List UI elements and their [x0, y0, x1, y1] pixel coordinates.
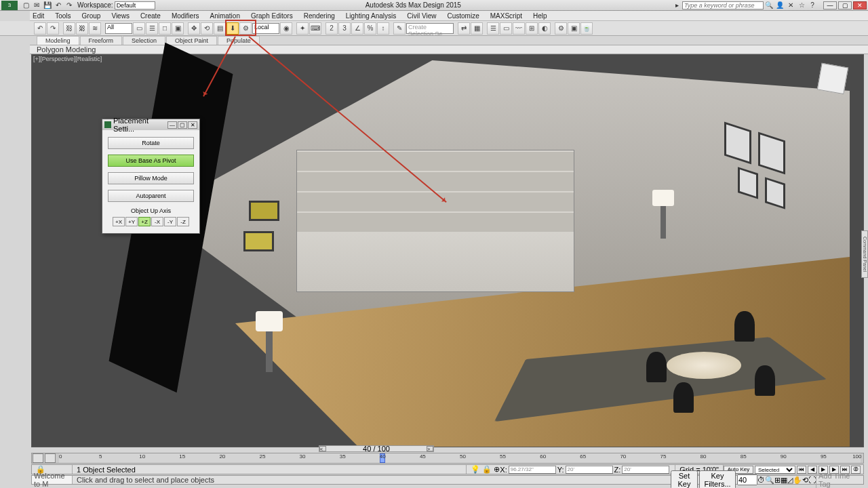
menu-customize[interactable]: Customize [441, 12, 484, 20]
snap-3d-button[interactable]: 3 [338, 22, 351, 35]
edit-named-sel-button[interactable]: ✎ [393, 22, 406, 35]
tab-selection[interactable]: Selection [123, 36, 165, 45]
maxscript-listener[interactable]: Welcome to M [32, 476, 73, 484]
signin-icon[interactable]: 👤 [775, 1, 785, 10]
time-slider[interactable]: < 40 / 100 > [319, 445, 434, 452]
angle-snap-button[interactable]: ∠ [351, 22, 363, 35]
viewport-nav-zoom-extents-icon[interactable]: ▦ [781, 476, 787, 485]
select-object-button[interactable]: ▭ [133, 22, 145, 35]
pillow-mode-button[interactable]: Pillow Mode [108, 172, 194, 184]
axis-minus-z[interactable]: -Z [177, 217, 189, 226]
viewport-label[interactable]: [+][Perspective][Realistic] [33, 56, 102, 62]
render-production-button[interactable]: 🍵 [580, 22, 593, 35]
search-icon[interactable]: 🔍 [764, 1, 774, 10]
selection-filter-dropdown[interactable]: All [105, 23, 132, 34]
rotate-button[interactable]: Rotate [108, 137, 194, 149]
ref-coord-dropdown[interactable]: Local [252, 23, 279, 34]
trackbar-config-icon[interactable] [33, 453, 43, 463]
close-button[interactable]: ✕ [853, 1, 867, 9]
material-editor-button[interactable]: ◐ [538, 22, 551, 35]
unlink-button[interactable]: ⛓̸ [76, 22, 88, 35]
help-icon[interactable]: ? [808, 1, 817, 10]
tab-object-paint[interactable]: Object Paint [166, 36, 217, 45]
menu-graph-editors[interactable]: Graph Editors [245, 12, 298, 20]
timeline-trackbar[interactable]: 0 5 10 15 20 25 30 35 40 45 50 55 60 65 … [31, 453, 864, 464]
save-icon[interactable]: 💾 [43, 1, 52, 10]
window-crossing-button[interactable]: ▣ [172, 22, 184, 35]
use-pivot-center-button[interactable]: ◉ [280, 22, 292, 35]
schematic-view-button[interactable]: ⊞ [526, 22, 538, 35]
maximize-button[interactable]: ▢ [838, 1, 852, 9]
link-button[interactable]: ⛓ [63, 22, 75, 35]
use-base-as-pivot-button[interactable]: Use Base As Pivot [108, 155, 194, 167]
isolate-icon[interactable]: 💡 [471, 465, 480, 474]
menu-tools[interactable]: Tools [50, 12, 76, 20]
curve-editor-button[interactable]: 〰 [513, 22, 525, 35]
menu-lighting-analysis[interactable]: Lighting Analysis [340, 12, 402, 20]
tab-modeling[interactable]: Modeling [37, 36, 79, 45]
redo-button[interactable]: ↷ [47, 22, 59, 35]
search-input[interactable] [682, 1, 764, 9]
select-move-button[interactable]: ✥ [188, 22, 200, 35]
favorite-icon[interactable]: ☆ [797, 1, 806, 10]
lock-icon[interactable]: 🔒 [482, 465, 492, 474]
undo-icon[interactable]: ↶ [54, 1, 63, 10]
goto-start-icon[interactable]: ⏮ [797, 466, 806, 474]
select-region-rect-button[interactable]: □ [159, 22, 171, 35]
time-config-icon[interactable]: ⏱ [757, 476, 765, 484]
mirror-button[interactable]: ⇄ [458, 22, 470, 35]
menu-modifiers[interactable]: Modifiers [166, 12, 205, 20]
autoparent-button[interactable]: Autoparent [108, 190, 194, 202]
viewport-nav-fov-icon[interactable]: ◿ [787, 476, 793, 485]
menu-create[interactable]: Create [135, 12, 166, 20]
slider-prev-icon[interactable]: < [319, 446, 326, 451]
axis-minus-x[interactable]: -X [151, 217, 163, 226]
timeline-ruler[interactable]: 0 5 10 15 20 25 30 35 40 45 50 55 60 65 … [59, 453, 861, 463]
viewport-nav-maximize-icon[interactable]: ⛶ [808, 476, 816, 484]
z-coord-input[interactable] [622, 466, 669, 474]
menu-help[interactable]: Help [528, 12, 553, 20]
dialog-minimize-button[interactable]: — [167, 121, 177, 129]
axis-minus-y[interactable]: -Y [164, 217, 176, 226]
workspace-dropdown[interactable]: Default [115, 1, 155, 9]
trackbar-keys-icon[interactable] [45, 453, 56, 463]
named-selection-dropdown[interactable]: Create Selection Se [406, 23, 454, 34]
spinner-snap-button[interactable]: ↕ [377, 22, 389, 35]
tab-freeform[interactable]: Freeform [80, 36, 123, 45]
menu-edit[interactable]: Edit [27, 12, 50, 20]
current-frame-input[interactable] [737, 474, 757, 485]
render-setup-button[interactable]: ⚙ [555, 22, 567, 35]
bind-space-warp-button[interactable]: ≋ [89, 22, 101, 35]
dialog-maximize-button[interactable]: ▢ [178, 121, 187, 129]
toggle-ribbon-button[interactable]: ▭ [500, 22, 512, 35]
menu-maxscript[interactable]: MAXScript [485, 12, 528, 20]
align-button[interactable]: ▦ [471, 22, 483, 35]
menu-group[interactable]: Group [77, 12, 106, 20]
viewport-nav-pan-icon[interactable]: ✋ [793, 476, 802, 485]
axis-plus-x[interactable]: +X [113, 217, 125, 226]
exchange-icon[interactable]: ✕ [786, 1, 795, 10]
axis-plus-y[interactable]: +Y [125, 217, 138, 226]
app-logo-icon[interactable]: 3 [1, 1, 18, 10]
command-panel-collapsed[interactable]: Command Panel [861, 230, 868, 278]
open-icon[interactable]: ✉ [32, 1, 41, 10]
infocenter-arrow-icon[interactable]: ▸ [672, 1, 682, 10]
menu-views[interactable]: Views [106, 12, 135, 20]
coord-mode-icon[interactable]: ⊕ [494, 465, 500, 474]
keyboard-shortcut-button[interactable]: ⌨ [309, 22, 321, 35]
rendered-frame-button[interactable]: ▣ [568, 22, 580, 35]
time-tag[interactable]: Add Time Tag [816, 472, 863, 488]
undo-button[interactable]: ↶ [34, 22, 46, 35]
menu-rendering[interactable]: Rendering [298, 12, 340, 20]
placement-settings-button[interactable]: ⚙ [239, 22, 252, 35]
viewport[interactable]: [+][Perspective][Realistic] [31, 54, 864, 447]
y-coord-input[interactable] [566, 466, 613, 474]
placement-settings-dialog[interactable]: Placement Setti... — ▢ ✕ Rotate Use Base… [102, 119, 200, 234]
dialog-close-button[interactable]: ✕ [188, 121, 197, 129]
menu-civil-view[interactable]: Civil View [401, 12, 441, 20]
key-filters-button[interactable]: Key Filters... [699, 470, 736, 488]
redo-icon[interactable]: ↷ [64, 1, 74, 10]
viewcube[interactable] [817, 63, 848, 94]
viewport-nav-zoom-all-icon[interactable]: ⊞ [774, 476, 781, 485]
viewport-nav-zoom-icon[interactable]: 🔍 [765, 476, 774, 485]
